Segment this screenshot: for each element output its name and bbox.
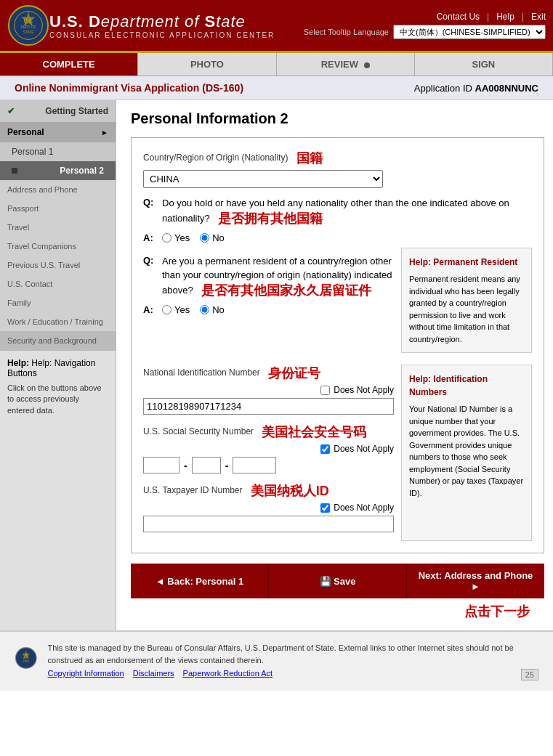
q1-label: Q: (143, 197, 158, 228)
next-button[interactable]: Next: Address and Phone ► (407, 564, 544, 598)
tab-review[interactable]: REVIEW (277, 53, 415, 76)
copyright-link[interactable]: Copyright Information (48, 669, 124, 680)
help-id-title: Help: Identification Numbers (409, 373, 524, 399)
taxpayer-dna-checkbox[interactable] (320, 503, 330, 513)
sidebar: ✔ Getting Started Personal ► Personal 1 … (0, 100, 116, 630)
national-id-input[interactable]: 110128198907171234 (143, 398, 394, 415)
q2-annotation: 是否有其他国家永久居留证件 (201, 283, 371, 298)
national-id-dna-checkbox[interactable] (320, 386, 330, 395)
app-title: Online Nonimmigrant Visa Application (DS… (15, 82, 243, 94)
q2-radio-group: Yes No (162, 304, 225, 315)
help-link[interactable]: Help (496, 12, 514, 22)
national-id-field: National Identification Number 身份证号 Does… (143, 365, 394, 415)
paperwork-link[interactable]: Paperwork Reduction Act (183, 669, 273, 680)
national-id-label: National Identification Number 身份证号 (143, 365, 394, 382)
arrow-icon: ► (101, 129, 108, 137)
ssn-input-row: - - (143, 457, 394, 473)
q2-yes-radio[interactable] (162, 305, 171, 314)
ssn-input-1[interactable] (143, 457, 179, 473)
review-bullet (364, 62, 370, 68)
lang-dropdown[interactable]: 中文(简体）(CHINESE-SIMPLIFIED) (393, 25, 546, 39)
content-area: Personal Information 2 Country/Region of… (116, 100, 553, 630)
save-button[interactable]: 💾 Save (269, 564, 407, 598)
nationality-select[interactable]: CHINA (143, 170, 383, 188)
sidebar-item-address[interactable]: Address and Phone (0, 180, 116, 199)
dept-name: U.S. Department of State (49, 12, 275, 31)
taxpayer-annotation: 美国纳税人ID (251, 484, 329, 498)
header-links: Contact Us | Help | Exit (437, 12, 546, 22)
q2-no-radio[interactable] (200, 305, 209, 314)
bottom-nav: ◄ Back: Personal 1 💾 Save Next: Address … (131, 564, 544, 598)
contact-us-link[interactable]: Contact Us (437, 12, 480, 22)
q1-radio-group: Yes No (162, 232, 225, 243)
ssn-input-2[interactable] (192, 457, 221, 473)
svg-text:STATE: STATE (23, 660, 29, 663)
sidebar-item-personal1[interactable]: Personal 1 (0, 142, 116, 161)
dept-subtitle: CONSULAR ELECTRONIC APPLICATION CENTER (49, 31, 275, 39)
q1-row: Q: Do you hold or have you held any nati… (143, 197, 532, 228)
sidebar-help-title: Help: Help: Navigation Buttons (7, 358, 108, 378)
natid-form-main: National Identification Number 身份证号 Does… (143, 365, 394, 541)
sidebar-item-us-contact[interactable]: U.S. Contact (0, 275, 116, 293)
sidebar-item-travel[interactable]: Travel (0, 218, 116, 237)
form-card: Country/Region of Origin (Nationality) 国… (131, 137, 544, 553)
exit-link[interactable]: Exit (531, 12, 546, 22)
sidebar-item-work-edu[interactable]: Work / Education / Training (0, 312, 116, 331)
help-identification: Help: Identification Numbers Your Nation… (401, 365, 532, 541)
page-title: Personal Information 2 (131, 110, 544, 127)
ssn-input-3[interactable] (233, 457, 276, 473)
national-id-annotation: 身份证号 (268, 366, 320, 381)
lang-label: Select Tooltip Language (304, 28, 389, 36)
footer-content: This site is managed by the Bureau of Co… (48, 642, 538, 680)
footer-links: Copyright Information Disclaimers Paperw… (48, 669, 538, 680)
ssn-dash-2: - (225, 460, 229, 471)
q1-block: Q: Do you hold or have you held any nati… (143, 197, 532, 243)
help-id-text: Your National ID Number is a unique numb… (409, 403, 524, 499)
a1-label: A: (143, 232, 158, 243)
back-button[interactable]: ◄ Back: Personal 1 (131, 564, 269, 598)
taxpayer-input[interactable] (143, 516, 394, 532)
sidebar-item-security[interactable]: Security and Background (0, 331, 116, 350)
taxpayer-label: U.S. Taxpayer ID Number 美国纳税人ID (143, 482, 394, 500)
app-bar: Online Nonimmigrant Visa Application (DS… (0, 76, 553, 100)
q2-with-help: Q: Are you a permanent resident of a cou… (143, 255, 532, 353)
ssn-dna: Does Not Apply (143, 444, 394, 454)
q2-form-main: Q: Are you a permanent resident of a cou… (143, 255, 394, 353)
sidebar-item-passport[interactable]: Passport (0, 199, 116, 218)
tab-complete[interactable]: COMPLETE (0, 53, 138, 76)
q1-yes-option[interactable]: Yes (162, 232, 190, 243)
app-id-value: AA008NNUNC (475, 83, 538, 94)
taxpayer-field: U.S. Taxpayer ID Number 美国纳税人ID Does Not… (143, 482, 394, 532)
sidebar-item-family[interactable]: Family (0, 293, 116, 312)
sidebar-item-travel-companions[interactable]: Travel Companions (0, 237, 116, 256)
sidebar-help: Help: Help: Navigation Buttons Click on … (0, 350, 116, 423)
disclaimers-link[interactable]: Disclaimers (133, 669, 174, 680)
language-selector: Select Tooltip Language 中文(简体）(CHINESE-S… (304, 25, 546, 39)
sidebar-item-personal[interactable]: Personal ► (0, 122, 116, 142)
check-icon: ✔ (7, 106, 15, 116)
q2-no-option[interactable]: No (200, 304, 225, 315)
q2-answer: A: Yes No (143, 304, 394, 315)
svg-text:DEPT OF: DEPT OF (21, 25, 36, 29)
footer-seal: U.S. DEPT STATE (15, 642, 38, 674)
q1-no-option[interactable]: No (200, 232, 225, 243)
q1-yes-radio[interactable] (162, 233, 171, 243)
nav-tabs: COMPLETE PHOTO REVIEW SIGN (0, 53, 553, 76)
sidebar-item-personal2[interactable]: Personal 2 (0, 161, 116, 180)
ssn-dna-checkbox[interactable] (320, 444, 330, 454)
q1-answer: A: Yes No (143, 232, 532, 243)
tab-photo[interactable]: PHOTO (138, 53, 276, 76)
q2-yes-option[interactable]: Yes (162, 304, 190, 315)
ssn-field: U.S. Social Security Number 美国社会安全号码 Doe… (143, 423, 394, 473)
app-id: Application ID AA008NNUNC (414, 83, 538, 94)
header-right: Contact Us | Help | Exit Select Tooltip … (304, 12, 546, 39)
help-perm-text: Permanent resident means any individual … (409, 273, 524, 345)
sidebar-item-prev-travel[interactable]: Previous U.S. Travel (0, 256, 116, 275)
tab-sign[interactable]: SIGN (415, 53, 553, 76)
sidebar-item-getting-started[interactable]: ✔ Getting Started (0, 100, 116, 122)
footer: U.S. DEPT STATE This site is managed by … (0, 630, 553, 691)
q1-no-radio[interactable] (200, 233, 209, 243)
square-icon (12, 168, 17, 174)
department-seal: U.S. DEPT OF STATE (7, 4, 49, 46)
footer-text: This site is managed by the Bureau of Co… (48, 642, 538, 666)
